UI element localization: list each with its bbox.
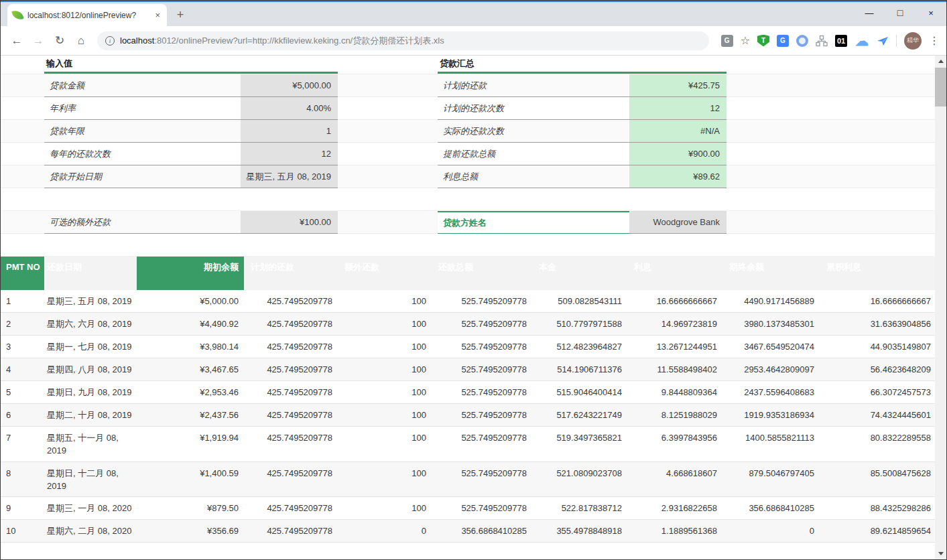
- table-cell: 100: [338, 336, 432, 358]
- table-cell: 525.7495209778: [432, 427, 532, 462]
- column-header: 本金: [532, 257, 627, 290]
- translate-icon[interactable]: G: [721, 35, 733, 47]
- table-cell: 10: [1, 520, 44, 542]
- table-cell: 85.5008475628: [820, 462, 936, 497]
- table-row: 8星期日, 十二月 08, 2019¥1,400.59425.749520977…: [1, 462, 935, 498]
- form-row: 贷款开始日期 星期三, 五月 08, 2019 利息总额 ¥89.62: [1, 165, 935, 188]
- table-cell: 510.7797971588: [532, 313, 627, 335]
- tab-close-icon[interactable]: ×: [153, 10, 162, 20]
- table-cell: 星期三, 一月 08, 2020: [44, 497, 137, 519]
- menu-dots-icon[interactable]: ⋮: [929, 34, 940, 47]
- table-cell: 425.7495209778: [244, 336, 338, 358]
- table-cell: 100: [338, 404, 432, 426]
- form-row: 年利率 4.00% 计划的还款次数 12: [1, 97, 935, 120]
- column-header: 累积利息: [820, 257, 936, 290]
- home-button[interactable]: ⌂: [72, 31, 90, 50]
- cloud-extension-icon[interactable]: ☁: [855, 33, 869, 48]
- table-cell: 星期日, 九月 08, 2019: [44, 381, 137, 403]
- input-section-title: 输入值: [44, 56, 338, 74]
- url-text: localhost:8012/onlinePreview?url=http://…: [120, 35, 444, 47]
- vertical-scrollbar[interactable]: [935, 56, 946, 559]
- schedule-table-header: PMT NO 还款日期 期初余额 计划的还款 额外还款 还款总额 本金 利息 期…: [1, 257, 935, 290]
- table-cell: 5: [1, 381, 44, 403]
- reload-button[interactable]: ↻: [50, 31, 69, 50]
- table-cell: 100: [338, 358, 432, 380]
- table-cell: 425.7495209778: [244, 520, 338, 542]
- table-cell: 1.1889561368: [627, 520, 722, 542]
- column-header: 还款日期: [44, 257, 137, 290]
- table-cell: ¥1,400.59: [137, 462, 244, 497]
- toolbar-divider: [896, 35, 897, 47]
- table-cell: 100: [338, 427, 432, 462]
- scrollbar-thumb[interactable]: [935, 68, 946, 107]
- maximize-button[interactable]: □: [885, 2, 916, 23]
- table-row: 1星期三, 五月 08, 2019¥5,000.00425.7495209778…: [1, 290, 935, 313]
- translate-extension-icon[interactable]: G: [777, 35, 789, 47]
- scroll-up-arrow[interactable]: [935, 56, 946, 67]
- table-cell: 星期六, 二月 08, 2020: [44, 520, 137, 542]
- url-bar[interactable]: i localhost:8012/onlinePreview?url=http:…: [97, 31, 709, 50]
- extensions-area: G ☆ T G 01 ☁ 精华 ⋮: [721, 32, 940, 50]
- table-cell: 512.4823964827: [532, 336, 627, 358]
- table-cell: 星期一, 七月 08, 2019: [44, 336, 137, 358]
- spacer-row: [1, 234, 935, 257]
- table-cell: 355.4978848918: [532, 520, 627, 542]
- form-row: 贷款年限 1 实际的还款次数 #N/A: [1, 120, 935, 143]
- table-cell: 6: [1, 404, 44, 426]
- kkfileview-leaf-icon: [11, 9, 23, 21]
- table-cell: 525.7495209778: [432, 497, 532, 519]
- table-cell: 515.9046400414: [532, 381, 627, 403]
- column-header: 利息: [627, 257, 722, 290]
- input-value: ¥5,000.00: [241, 74, 338, 96]
- profile-avatar[interactable]: 精华: [904, 32, 922, 50]
- extra-payment-row: 可选的额外还款 ¥100.00 贷款方姓名 Woodgrove Bank: [1, 211, 935, 234]
- minimize-button[interactable]: —: [854, 2, 885, 23]
- table-cell: ¥2,953.46: [137, 381, 244, 403]
- bird-extension-icon[interactable]: [877, 35, 889, 47]
- lender-name-label: 贷款方姓名: [438, 211, 629, 233]
- table-cell: 0: [722, 520, 820, 542]
- table-cell: 6.3997843956: [627, 427, 722, 462]
- close-button[interactable]: ×: [916, 2, 946, 23]
- bookmark-star-icon[interactable]: ☆: [741, 34, 750, 47]
- scroll-down-arrow[interactable]: [935, 548, 946, 559]
- table-cell: 100: [338, 462, 432, 497]
- table-cell: 525.7495209778: [432, 404, 532, 426]
- table-cell: 100: [338, 290, 432, 312]
- extra-payment-value: ¥100.00: [241, 211, 338, 233]
- table-cell: 星期五, 十一月 08, 2019: [44, 427, 137, 462]
- table-cell: 100: [338, 497, 432, 519]
- table-cell: 2437.5596408683: [722, 381, 820, 403]
- table-cell: 425.7495209778: [244, 404, 338, 426]
- input-value: 1: [241, 120, 338, 142]
- back-button[interactable]: ←: [7, 31, 26, 50]
- summary-value: ¥425.75: [629, 74, 727, 96]
- table-cell: 509.0828543111: [532, 290, 627, 312]
- summary-label: 利息总额: [438, 165, 629, 188]
- ring-extension-icon[interactable]: [796, 35, 808, 47]
- table-cell: 525.7495209778: [432, 336, 532, 358]
- badge-01-extension-icon[interactable]: 01: [835, 35, 847, 47]
- table-cell: 44.9035149807: [820, 336, 936, 358]
- table-cell: 13.2671244951: [627, 336, 722, 358]
- browser-tab[interactable]: localhost:8012/onlinePreview? ×: [7, 4, 167, 26]
- new-tab-button[interactable]: +: [171, 5, 190, 24]
- table-cell: 2953.4642809097: [722, 358, 820, 380]
- table-cell: ¥4,490.92: [137, 313, 244, 335]
- table-cell: ¥1,919.94: [137, 427, 244, 462]
- summary-value: ¥900.00: [629, 143, 727, 165]
- forward-button[interactable]: →: [29, 31, 48, 50]
- table-cell: 16.6666666667: [820, 290, 936, 312]
- table-cell: ¥879.50: [137, 497, 244, 519]
- tampermonkey-icon[interactable]: T: [757, 35, 769, 47]
- page-content: 输入值 贷款汇总 贷款金额 ¥5,000.00 计划的还款 ¥425.75 年利…: [1, 56, 946, 559]
- table-row: 4星期四, 八月 08, 2019¥3,467.65425.7495209778…: [1, 358, 935, 381]
- schedule-table-body: 1星期三, 五月 08, 2019¥5,000.00425.7495209778…: [1, 290, 935, 543]
- table-cell: 7: [1, 427, 44, 462]
- column-header: 计划的还款: [244, 257, 338, 290]
- sitemap-extension-icon[interactable]: [816, 35, 828, 47]
- table-row: 7星期五, 十一月 08, 2019¥1,919.94425.749520977…: [1, 427, 935, 462]
- table-cell: 525.7495209778: [432, 381, 532, 403]
- table-cell: 4: [1, 358, 44, 380]
- page-info-icon[interactable]: i: [105, 36, 115, 46]
